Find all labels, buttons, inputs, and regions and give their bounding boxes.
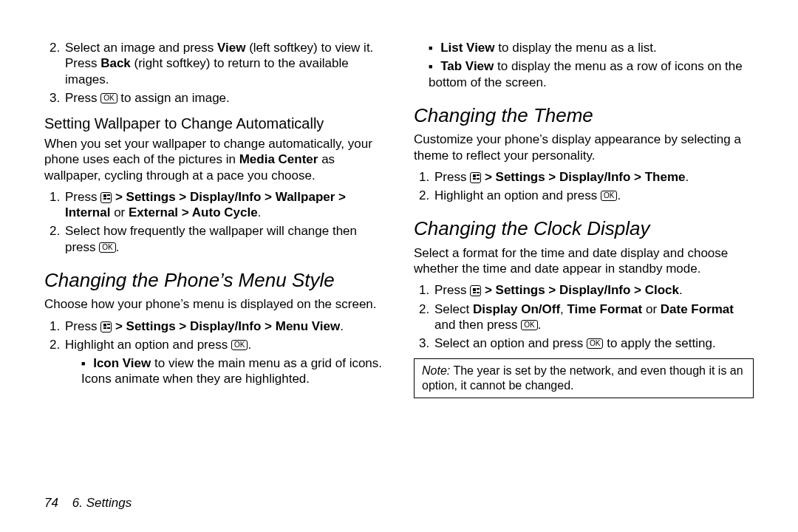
bold: Settings bbox=[496, 170, 545, 184]
text: or bbox=[110, 205, 129, 219]
list-item: List View to display the menu as a list. bbox=[429, 40, 754, 55]
bold: Internal bbox=[65, 205, 110, 219]
bold: List View bbox=[440, 41, 494, 55]
image-steps: Select an image and press View (left sof… bbox=[44, 40, 384, 106]
bold: Settings bbox=[126, 319, 176, 333]
bold: > bbox=[261, 190, 275, 204]
list-item: Select an option and press OK to apply t… bbox=[433, 335, 754, 351]
bold: Clock bbox=[645, 283, 679, 297]
wallpaper-steps: Press > Settings > Display/Info > Wallpa… bbox=[44, 189, 384, 255]
text: . bbox=[679, 283, 683, 297]
text: Highlight an option and press bbox=[65, 338, 231, 352]
text: Press bbox=[65, 319, 100, 333]
text: . bbox=[617, 188, 621, 202]
bold: > bbox=[481, 283, 495, 297]
bold: View bbox=[217, 41, 245, 55]
text: and then press bbox=[434, 318, 521, 332]
bold: Settings bbox=[496, 283, 545, 297]
bold: > bbox=[545, 283, 559, 297]
bold: Back bbox=[100, 56, 131, 70]
text: . bbox=[340, 319, 344, 333]
bold: Menu View bbox=[276, 319, 341, 333]
paragraph: Customize your phone’s display appearanc… bbox=[414, 132, 754, 163]
bold: Settings bbox=[126, 190, 176, 204]
ok-key-icon: OK bbox=[100, 93, 117, 103]
menu-key-icon bbox=[100, 192, 112, 203]
bold: > bbox=[545, 170, 559, 184]
paragraph: Choose how your phone’s menu is displaye… bbox=[44, 296, 384, 312]
bold: > bbox=[176, 319, 190, 333]
bold: > bbox=[261, 319, 275, 333]
paragraph: Select a format for the time and date di… bbox=[414, 245, 754, 277]
text: . bbox=[248, 338, 251, 352]
ok-key-icon: OK bbox=[587, 338, 603, 349]
bold: Display On/Off bbox=[473, 302, 560, 316]
bold: > bbox=[335, 190, 346, 204]
list-item: Tab View to display the menu as a row of… bbox=[429, 58, 754, 90]
bold: Display/Info bbox=[190, 319, 261, 333]
list-item: Select Display On/Off, Time Format or Da… bbox=[433, 301, 754, 333]
bold: > bbox=[112, 190, 126, 204]
clock-steps: Press > Settings > Display/Info > Clock.… bbox=[414, 282, 754, 351]
menu-style-steps: Press > Settings > Display/Info > Menu V… bbox=[44, 318, 384, 387]
text: Press bbox=[65, 91, 100, 105]
bold: Time Format bbox=[567, 302, 643, 316]
list-item: Press > Settings > Display/Info > Wallpa… bbox=[64, 189, 384, 221]
bold: Wallpaper bbox=[276, 190, 335, 204]
note-box: Note: The year is set by the network, an… bbox=[414, 358, 754, 398]
bold: Auto Cycle bbox=[192, 205, 258, 219]
list-item: Highlight an option and press OK. Icon V… bbox=[64, 337, 384, 387]
heading-menu-style: Changing the Phone’s Menu Style bbox=[44, 268, 384, 293]
ok-key-icon: OK bbox=[99, 242, 115, 253]
text: . bbox=[258, 205, 262, 219]
ok-key-icon: OK bbox=[601, 191, 617, 201]
text: to apply the setting. bbox=[603, 336, 715, 350]
left-column: Select an image and press View (left sof… bbox=[44, 37, 384, 458]
list-item: Highlight an option and press OK. bbox=[433, 188, 754, 203]
bold: Icon View bbox=[93, 356, 151, 370]
text: to display the menu as a list. bbox=[495, 41, 657, 55]
bold: Date Format bbox=[661, 302, 734, 316]
page-number: 74 bbox=[44, 496, 58, 510]
bold: > bbox=[112, 319, 126, 333]
text: Press bbox=[65, 190, 100, 204]
list-item: Press > Settings > Display/Info > Theme. bbox=[433, 169, 754, 185]
list-item: Press OK to assign an image. bbox=[64, 90, 384, 106]
text: Highlight an option and press bbox=[434, 188, 601, 202]
bold: > bbox=[481, 170, 495, 184]
text: Select bbox=[434, 302, 473, 316]
bold: > bbox=[630, 283, 644, 297]
bold: External bbox=[129, 205, 178, 219]
bold: > bbox=[178, 205, 192, 219]
list-item: Icon View to view the main menu as a gri… bbox=[80, 355, 384, 387]
ok-key-icon: OK bbox=[231, 340, 248, 350]
note-label: Note: bbox=[422, 364, 450, 377]
sub-list: List View to display the menu as a list.… bbox=[414, 40, 754, 90]
subheading-wallpaper-auto: Setting Wallpaper to Change Automaticall… bbox=[44, 115, 384, 133]
text: Select an option and press bbox=[434, 336, 587, 350]
text: , bbox=[560, 302, 567, 316]
page-content: Select an image and press View (left sof… bbox=[0, 0, 798, 458]
sub-list: Icon View to view the main menu as a gri… bbox=[65, 355, 384, 387]
heading-theme: Changing the Theme bbox=[414, 103, 754, 128]
text: . bbox=[116, 240, 120, 254]
chapter-label: 6. Settings bbox=[72, 496, 132, 510]
ok-key-icon: OK bbox=[521, 320, 537, 330]
bold: Theme bbox=[645, 170, 686, 184]
text: to assign an image. bbox=[117, 91, 230, 105]
menu-key-icon bbox=[100, 321, 112, 332]
note-text: The year is set by the network, and even… bbox=[422, 364, 743, 392]
text: . bbox=[538, 318, 542, 332]
bold: > bbox=[630, 170, 644, 184]
theme-steps: Press > Settings > Display/Info > Theme.… bbox=[414, 169, 754, 204]
right-column: List View to display the menu as a list.… bbox=[414, 37, 754, 458]
bold: Tab View bbox=[440, 59, 494, 73]
list-item: Select how frequently the wallpaper will… bbox=[64, 223, 384, 255]
list-item: Select an image and press View (left sof… bbox=[64, 40, 384, 87]
heading-clock: Changing the Clock Display bbox=[414, 216, 754, 241]
bold: Media Center bbox=[239, 152, 318, 166]
page-footer: 74 6. Settings bbox=[44, 495, 754, 511]
bold: Display/Info bbox=[190, 190, 261, 204]
paragraph: When you set your wallpaper to change au… bbox=[44, 136, 384, 183]
menu-key-icon bbox=[470, 172, 481, 183]
